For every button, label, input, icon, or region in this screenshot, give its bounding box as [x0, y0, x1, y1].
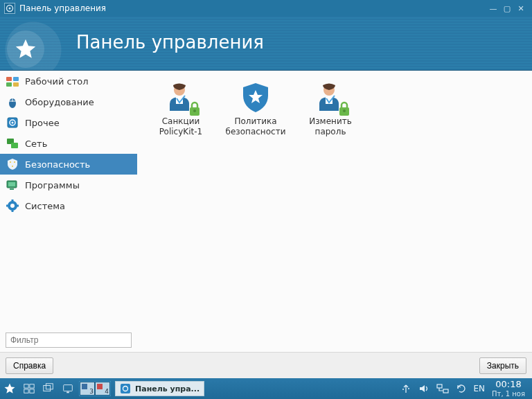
close-window-button[interactable]: ✕ [514, 3, 528, 14]
svg-point-35 [343, 109, 346, 112]
file-manager-button[interactable] [19, 378, 39, 399]
taskbar-task-control-panel[interactable]: Панель упра... [115, 381, 204, 396]
shield-star-icon [239, 80, 272, 114]
svg-point-15 [10, 161, 11, 163]
svg-rect-19 [8, 182, 15, 186]
header: Панель управления [0, 17, 532, 71]
clock-date: Пт, 1 ноя [492, 390, 525, 398]
svg-rect-39 [24, 389, 28, 393]
svg-rect-42 [46, 384, 53, 389]
svg-rect-44 [66, 392, 69, 393]
svg-point-12 [12, 122, 14, 124]
svg-rect-45 [121, 384, 130, 393]
content-area: Санкции PolicyKit-1 Политика безопасност… [137, 71, 532, 352]
svg-rect-3 [6, 77, 12, 81]
svg-marker-2 [16, 39, 35, 58]
close-button[interactable]: Закрыть [479, 357, 526, 374]
app-icon [4, 3, 15, 14]
svg-point-22 [10, 204, 15, 208]
svg-rect-4 [13, 77, 19, 81]
maximize-button[interactable]: ▢ [500, 3, 514, 14]
svg-point-30 [193, 109, 196, 112]
sidebar-item-security[interactable]: Безопасность [0, 154, 137, 175]
window-title: Панель управления [19, 3, 106, 13]
sidebar-item-other[interactable]: Прочее [0, 112, 137, 133]
usb-tray-icon[interactable] [400, 383, 411, 394]
clock[interactable]: 00:18 Пт, 1 ноя [492, 380, 525, 397]
user-lock-icon [314, 80, 347, 114]
svg-rect-43 [64, 385, 73, 391]
task-label: Панель упра... [135, 384, 200, 393]
item-label: Политика безопасности [220, 116, 291, 137]
sidebar-item-label: Система [25, 201, 65, 211]
svg-rect-48 [437, 384, 442, 388]
sidebar-item-label: Оборудование [25, 97, 94, 107]
svg-rect-37 [24, 384, 28, 388]
sidebar-item-network[interactable]: Сеть [0, 133, 137, 154]
user-lock-icon [164, 80, 197, 114]
volume-tray-icon[interactable] [418, 383, 429, 394]
svg-rect-41 [44, 386, 51, 391]
minimize-button[interactable]: — [486, 3, 500, 14]
taskbar: 3 4 Панель упра... EN 00:18 Пт, 1 ноя [0, 378, 532, 399]
svg-marker-47 [420, 385, 425, 392]
sidebar-item-programs[interactable]: Программы [0, 175, 137, 195]
item-change-password[interactable]: Изменить пароль [295, 78, 366, 140]
svg-rect-49 [443, 389, 448, 393]
svg-rect-6 [13, 82, 19, 87]
svg-marker-36 [5, 384, 15, 393]
svg-point-1 [9, 8, 11, 10]
svg-point-16 [14, 161, 15, 163]
svg-rect-14 [11, 143, 18, 148]
sidebar-item-label: Безопасность [25, 159, 90, 170]
filter-input[interactable] [6, 332, 132, 348]
network-icon [6, 136, 19, 150]
desktop-pager[interactable]: 3 4 [79, 381, 111, 396]
svg-rect-20 [10, 188, 14, 190]
updates-tray-icon[interactable] [456, 383, 467, 394]
gear-icon [120, 383, 131, 394]
system-gear-icon [6, 199, 19, 213]
sidebar: Рабочий стол Оборудование Прочее Сеть Бе… [0, 71, 137, 352]
sidebar-item-label: Прочее [25, 118, 60, 128]
gear-icon [6, 116, 19, 130]
svg-rect-40 [30, 389, 34, 393]
svg-rect-38 [30, 384, 34, 388]
start-button[interactable] [0, 378, 19, 399]
sidebar-item-label: Сеть [25, 139, 47, 149]
windows-button[interactable] [39, 378, 58, 399]
svg-point-17 [12, 166, 13, 167]
mouse-icon [6, 95, 19, 109]
network-tray-icon[interactable] [436, 383, 449, 394]
clock-time: 00:18 [495, 380, 521, 389]
help-button[interactable]: Справка [6, 357, 53, 374]
header-star-icon [7, 30, 44, 68]
show-desktop-button[interactable] [58, 378, 78, 399]
titlebar[interactable]: Панель управления — ▢ ✕ [0, 0, 532, 17]
footer: Справка Закрыть [0, 352, 532, 378]
keyboard-layout[interactable]: EN [474, 384, 486, 393]
item-policykit-sanctions[interactable]: Санкции PolicyKit-1 [145, 78, 216, 140]
desktop-icon [6, 74, 19, 88]
shield-icon [6, 157, 19, 171]
item-security-policy[interactable]: Политика безопасности [220, 78, 291, 140]
item-label: Изменить пароль [295, 116, 366, 137]
sidebar-item-label: Рабочий стол [25, 76, 88, 87]
programs-icon [6, 178, 19, 192]
sidebar-item-label: Программы [25, 180, 80, 190]
page-title: Панель управления [76, 32, 264, 53]
sidebar-item-system[interactable]: Система [0, 195, 137, 216]
svg-rect-5 [6, 82, 12, 87]
sidebar-item-hardware[interactable]: Оборудование [0, 91, 137, 112]
sidebar-item-desktop[interactable]: Рабочий стол [0, 71, 137, 91]
item-label: Санкции PolicyKit-1 [145, 116, 216, 137]
